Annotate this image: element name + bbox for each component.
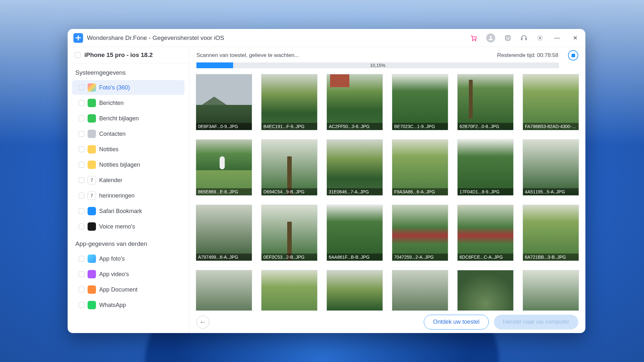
thumbnail-image xyxy=(196,74,252,130)
svg-point-6 xyxy=(539,37,541,39)
thumbnail-image xyxy=(523,205,579,261)
discover-device-button[interactable]: Ontdek uw toestel xyxy=(424,315,489,330)
category-icon xyxy=(88,161,96,169)
photo-thumbnail[interactable] xyxy=(327,270,383,311)
app-logo-icon xyxy=(73,33,83,43)
category-icon xyxy=(88,114,96,123)
category-checkbox[interactable] xyxy=(79,131,84,137)
category-checkbox[interactable] xyxy=(79,287,84,292)
thumbnail-image xyxy=(196,270,252,311)
photo-thumbnail[interactable]: 6AA861F...B-B..JPG xyxy=(327,205,383,261)
category-checkbox[interactable] xyxy=(79,302,84,308)
device-checkbox[interactable] xyxy=(75,52,80,58)
photo-thumbnail[interactable] xyxy=(392,270,448,311)
sidebar-item[interactable]: Berichten xyxy=(72,96,185,110)
category-icon xyxy=(88,222,96,231)
close-button[interactable]: ✕ xyxy=(571,34,580,42)
category-label: Notities bijlagen xyxy=(99,162,140,168)
category-checkbox[interactable] xyxy=(79,100,84,106)
photo-thumbnail[interactable]: 6A721BB...3-B..JPG xyxy=(523,205,579,261)
sidebar-item[interactable]: 7Kalender xyxy=(72,173,185,188)
photo-gallery[interactable]: 0E8F3AF...0-9..JPGB4EC191...F-9..JPGAC2F… xyxy=(189,71,585,311)
photo-thumbnail[interactable]: 17F04D1...8-9..JPG xyxy=(457,139,514,196)
sidebar-item[interactable]: Safari Bookmark xyxy=(72,204,185,218)
category-label: App foto's xyxy=(99,255,125,262)
back-button[interactable]: ← xyxy=(196,316,209,329)
thumbnail-filename: 6DC6FCE...C-A..JPG xyxy=(458,254,513,261)
photo-thumbnail[interactable]: 62B70F2...0-8..JPG xyxy=(457,74,514,130)
photo-thumbnail[interactable]: 865E869...E-8..JPG xyxy=(196,139,252,196)
photo-thumbnail[interactable]: A797499...6-A..JPG xyxy=(196,205,252,261)
category-icon xyxy=(88,301,96,309)
sidebar-item[interactable]: 7herinneringen xyxy=(72,188,185,203)
thumbnail-image xyxy=(261,74,317,130)
photo-thumbnail[interactable]: 0E8F3AF...0-9..JPG xyxy=(196,74,252,130)
sidebar-item[interactable]: Notities xyxy=(72,142,185,157)
settings-icon[interactable] xyxy=(536,34,544,42)
category-icon: 7 xyxy=(88,176,96,184)
category-icon xyxy=(88,207,96,215)
thumbnail-image xyxy=(458,205,513,261)
support-icon[interactable] xyxy=(520,34,527,42)
photo-thumbnail[interactable] xyxy=(457,270,514,311)
restore-to-computer-button[interactable]: Herstel naar uw computer xyxy=(494,315,578,330)
sidebar-item[interactable]: App video's xyxy=(72,267,185,282)
category-icon xyxy=(88,255,96,263)
minimize-button[interactable]: — xyxy=(553,34,562,41)
photo-thumbnail[interactable]: AC2FF50...3-8..JPG xyxy=(327,74,383,130)
photo-thumbnail[interactable]: D694C54...9-B..JPG xyxy=(261,139,317,196)
user-avatar-icon[interactable] xyxy=(486,33,495,42)
category-checkbox[interactable] xyxy=(79,85,84,90)
svg-point-1 xyxy=(475,40,476,41)
thumbnail-image xyxy=(261,205,317,261)
category-checkbox[interactable] xyxy=(79,224,84,229)
category-checkbox[interactable] xyxy=(79,271,84,277)
photo-thumbnail[interactable]: B4EC191...F-9..JPG xyxy=(261,74,317,130)
thumbnail-image xyxy=(392,205,448,261)
cart-icon[interactable] xyxy=(470,34,477,42)
photo-thumbnail[interactable] xyxy=(196,270,252,311)
stop-scan-button[interactable] xyxy=(568,50,578,60)
category-icon xyxy=(88,270,96,278)
thumbnail-filename: FA786B53-82AD-4300-B... xyxy=(523,123,579,130)
sidebar-item[interactable]: Bericht bijlagen xyxy=(72,111,185,126)
photo-thumbnail[interactable]: 6DC6FCE...C-A..JPG xyxy=(457,205,514,261)
feedback-icon[interactable] xyxy=(504,34,511,42)
category-checkbox[interactable] xyxy=(79,208,84,214)
photo-thumbnail[interactable]: BE7023C...1-9..JPG xyxy=(392,74,448,130)
section-system-header: Systeemgegevens xyxy=(68,63,189,79)
category-label: Safari Bookmark xyxy=(99,208,142,215)
category-checkbox[interactable] xyxy=(79,177,84,183)
device-row[interactable]: iPhone 15 pro - ios 18.2 xyxy=(68,47,189,63)
progress-track: 10,15% xyxy=(196,62,559,68)
photo-thumbnail[interactable]: 4A51195...5-A..JPG xyxy=(523,139,579,196)
sidebar-item[interactable]: Voice memo's xyxy=(72,219,185,234)
category-checkbox[interactable] xyxy=(79,146,84,152)
app-body: iPhone 15 pro - ios 18.2 Systeemgegevens… xyxy=(68,47,585,333)
photo-thumbnail[interactable]: FA786B53-82AD-4300-B... xyxy=(523,74,579,130)
progress-fill xyxy=(196,62,233,68)
sidebar-item[interactable]: App foto's xyxy=(72,251,185,266)
sidebar-item[interactable]: WhatsApp xyxy=(72,298,185,312)
photo-thumbnail[interactable]: 7047259...2-A..JPG xyxy=(392,205,448,261)
sidebar-item[interactable]: Foto's (360) xyxy=(72,80,185,95)
photo-thumbnail[interactable] xyxy=(261,270,317,311)
svg-rect-4 xyxy=(521,38,522,40)
photo-thumbnail[interactable]: F9A3A86...6-A..JPG xyxy=(392,139,448,196)
thumbnail-filename: 17F04D1...8-9..JPG xyxy=(458,188,513,195)
category-checkbox[interactable] xyxy=(79,116,84,121)
photo-thumbnail[interactable]: 0EF0C53...2-B..JPG xyxy=(261,205,317,261)
category-checkbox[interactable] xyxy=(79,193,84,199)
titlebar: Wondershare Dr.Fone - Gegevensherstel vo… xyxy=(68,29,585,47)
category-label: Notities xyxy=(99,146,118,153)
sidebar-scroll[interactable]: Systeemgegevens Foto's (360)BerichtenBer… xyxy=(68,63,189,333)
thumbnail-filename: B4EC191...F-9..JPG xyxy=(261,123,317,130)
sidebar-item[interactable]: Contacten xyxy=(72,126,185,141)
sidebar-item[interactable]: App Document xyxy=(72,282,185,297)
photo-thumbnail[interactable]: 31E0646...7-A..JPG xyxy=(327,139,383,196)
sidebar-item[interactable]: Notities bijlagen xyxy=(72,157,185,172)
category-checkbox[interactable] xyxy=(79,162,84,168)
footer: ← Ontdek uw toestel Herstel naar uw comp… xyxy=(189,311,585,333)
photo-thumbnail[interactable] xyxy=(523,270,579,311)
category-checkbox[interactable] xyxy=(79,256,84,262)
